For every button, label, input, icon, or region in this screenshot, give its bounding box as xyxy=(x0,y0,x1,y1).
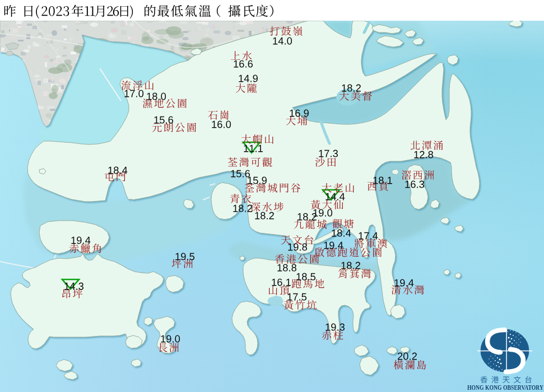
svg-text:HONG KONG OBSERVATORY: HONG KONG OBSERVATORY xyxy=(467,384,543,391)
